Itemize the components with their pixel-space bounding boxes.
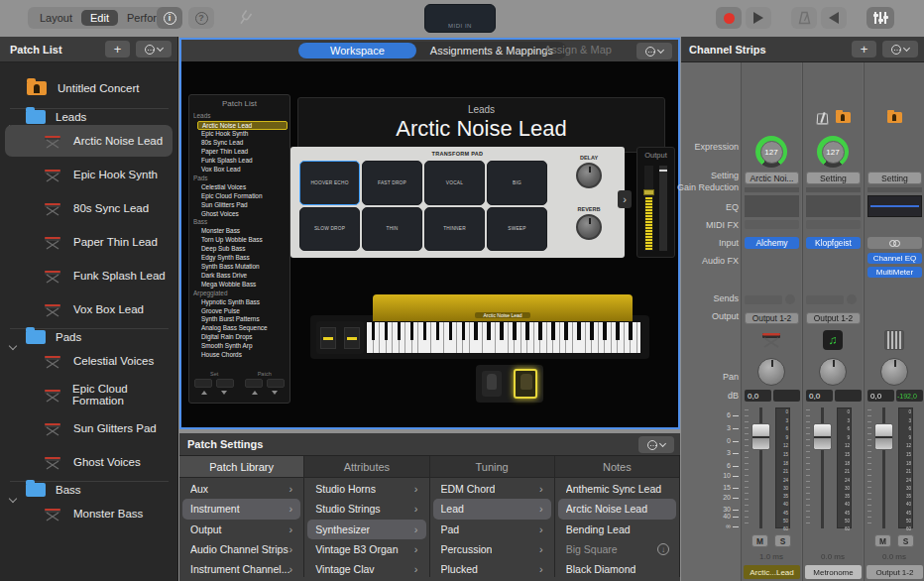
onscreen-patch-item[interactable]: Synth Bass Mutation: [189, 263, 289, 272]
add-patch-button[interactable]: +: [105, 41, 130, 58]
add-channel-strip-button[interactable]: +: [852, 41, 876, 58]
library-item[interactable]: Arctic Noise Lead: [558, 499, 676, 519]
send-slot[interactable]: [745, 294, 795, 304]
eq-thumbnail[interactable]: [745, 195, 799, 217]
pan-knob[interactable]: [880, 358, 908, 386]
onscreen-patch-item[interactable]: Arctic Noise Lead: [197, 121, 288, 131]
mode-layout[interactable]: Layout: [31, 10, 81, 26]
onscreen-patch-item[interactable]: Epic Hook Synth: [189, 130, 289, 139]
transform-pad[interactable]: BIG: [487, 161, 547, 205]
solo-button[interactable]: S: [774, 534, 791, 547]
channel-strip[interactable]: SettingChannel EQMultiMeter0,0-192,00369…: [864, 62, 924, 581]
onscreen-patch-item[interactable]: House Chords: [189, 351, 289, 360]
onscreen-patch-list[interactable]: Patch List LeadsArctic Noise LeadEpic Ho…: [188, 94, 290, 404]
selector-up-arrow[interactable]: [252, 391, 258, 395]
expression-pedal-selected[interactable]: [514, 369, 537, 399]
sidebar-patch-row[interactable]: Paper Thin Lead: [0, 225, 177, 259]
play-button[interactable]: [746, 7, 771, 29]
onscreen-patch-item[interactable]: Torn Up Wobble Bass: [189, 236, 289, 245]
library-item[interactable]: Anthemic Sync Lead: [558, 479, 676, 499]
library-item[interactable]: Instrument Channel...›: [182, 559, 300, 579]
sidebar-set-folder[interactable]: Pads: [0, 330, 20, 344]
sidebar-patch-row[interactable]: Ghost Voices: [0, 445, 177, 479]
patch-settings-tab-patch-library[interactable]: Patch Library: [179, 456, 304, 477]
patch-settings-action-menu[interactable]: [638, 436, 674, 453]
selector-buttons[interactable]: [194, 379, 234, 388]
onscreen-patch-item[interactable]: Epic Cloud Formation: [189, 192, 289, 201]
sidebar-patch-row[interactable]: 80s Sync Lead: [0, 191, 177, 225]
patch-list-action-menu[interactable]: [136, 41, 172, 58]
patch-settings-tab-notes[interactable]: Notes: [555, 456, 680, 477]
mute-button[interactable]: M: [874, 534, 891, 547]
onscreen-patch-item[interactable]: Monster Bass: [189, 227, 289, 236]
setting-button[interactable]: Arctic Noi...: [745, 172, 799, 184]
onscreen-patch-item[interactable]: Synth Burst Patterns: [189, 315, 289, 324]
onscreen-patch-item[interactable]: Deep Sub Bass: [189, 245, 289, 254]
selector-down-arrow[interactable]: [221, 391, 227, 395]
strip-nameplate[interactable]: Arctic...Lead: [744, 565, 800, 579]
volume-db-value[interactable]: 0,0: [745, 390, 771, 402]
transform-pad[interactable]: SLOW DROP: [299, 207, 360, 252]
selector-down-arrow[interactable]: [272, 391, 278, 395]
output-fader-track[interactable]: [659, 166, 667, 251]
transform-pad[interactable]: THINNER: [424, 207, 485, 252]
sidebar-set-folder[interactable]: Leads: [0, 110, 20, 124]
volume-fader[interactable]: [751, 423, 770, 450]
volume-fader[interactable]: [813, 423, 832, 450]
expression-knob[interactable]: 127: [817, 136, 849, 168]
library-item[interactable]: Synthesizer›: [307, 520, 425, 539]
output-slot[interactable]: Output 1-2: [745, 312, 799, 324]
library-item[interactable]: Studio Strings›: [307, 499, 425, 519]
sidebar-concert-row[interactable]: Untitled Concert: [0, 70, 177, 106]
eq-thumbnail[interactable]: [806, 195, 861, 217]
sidebar-patch-row[interactable]: Monster Bass: [0, 497, 177, 530]
onscreen-patch-item[interactable]: Funk Splash Lead: [189, 157, 289, 166]
onscreen-patch-item[interactable]: Dark Bass Drive: [189, 272, 289, 281]
send-slot[interactable]: [806, 294, 857, 304]
onscreen-patch-item[interactable]: Hypnotic Synth Bass: [189, 298, 289, 307]
onscreen-patch-item[interactable]: Mega Wobble Bass: [189, 281, 289, 290]
onscreen-keyboard[interactable]: [366, 321, 641, 354]
channel-strips-action-menu[interactable]: [882, 41, 918, 58]
channel-strip[interactable]: 127SettingKlopfgeistOutput 1-2♫0,0036912…: [802, 62, 863, 581]
library-item[interactable]: Instrument›: [182, 499, 300, 519]
transform-pad[interactable]: FAST DROP: [362, 161, 422, 205]
library-item[interactable]: Audio Channel Strips›: [182, 539, 300, 559]
volume-db-value[interactable]: 0,0: [867, 390, 894, 402]
onscreen-patch-item[interactable]: Groove Pulse: [189, 307, 289, 316]
pitch-mod-wheels[interactable]: [316, 321, 364, 354]
audio-fx-slot[interactable]: MultiMeter: [867, 267, 922, 278]
output-slot[interactable]: Output 1-2: [806, 312, 861, 324]
library-item[interactable]: Bending Lead: [558, 520, 676, 539]
reverb-knob[interactable]: [576, 214, 602, 240]
sidebar-patch-row[interactable]: Epic Cloud Formation: [0, 378, 177, 411]
sustain-pedal[interactable]: [482, 371, 502, 397]
library-item[interactable]: Lead›: [433, 499, 551, 519]
onscreen-patch-item[interactable]: Vox Box Lead: [189, 166, 289, 174]
library-item[interactable]: Vintage Clav›: [307, 559, 425, 579]
sidebar-patch-row[interactable]: Arctic Noise Lead: [0, 124, 177, 158]
library-item[interactable]: Black Diamond: [558, 559, 676, 579]
pan-knob[interactable]: [819, 358, 847, 386]
mode-switcher[interactable]: Layout Edit Perform: [28, 7, 177, 29]
strip-nameplate[interactable]: Metronome: [805, 565, 862, 579]
transform-pad[interactable]: VOCAL: [424, 161, 485, 205]
workspace-tab-switcher[interactable]: Workspace Assignments & Mappings: [298, 42, 567, 59]
master-mute-button[interactable]: [821, 7, 847, 29]
input-slot[interactable]: Klopfgeist: [806, 237, 861, 249]
mute-button[interactable]: M: [751, 534, 768, 547]
selector-buttons[interactable]: [245, 379, 285, 388]
sidebar-patch-row[interactable]: Sun Glitters Pad: [0, 411, 177, 445]
transform-pad[interactable]: HOOVER ECHO: [299, 161, 360, 205]
audio-fx-slot[interactable]: Channel EQ: [867, 253, 922, 264]
mode-edit[interactable]: Edit: [81, 10, 118, 26]
stereo-input-icon[interactable]: [867, 237, 922, 249]
patch-settings-tab-tuning[interactable]: Tuning: [430, 456, 555, 477]
solo-button[interactable]: S: [897, 534, 914, 547]
next-page-chevron[interactable]: ›: [618, 190, 632, 208]
library-item[interactable]: Percussion›: [433, 539, 551, 559]
download-icon[interactable]: ↓: [657, 543, 669, 555]
expression-knob[interactable]: 127: [755, 136, 787, 168]
strip-nameplate[interactable]: Output 1-2: [866, 565, 923, 579]
volume-db-value[interactable]: 0,0: [806, 390, 833, 402]
